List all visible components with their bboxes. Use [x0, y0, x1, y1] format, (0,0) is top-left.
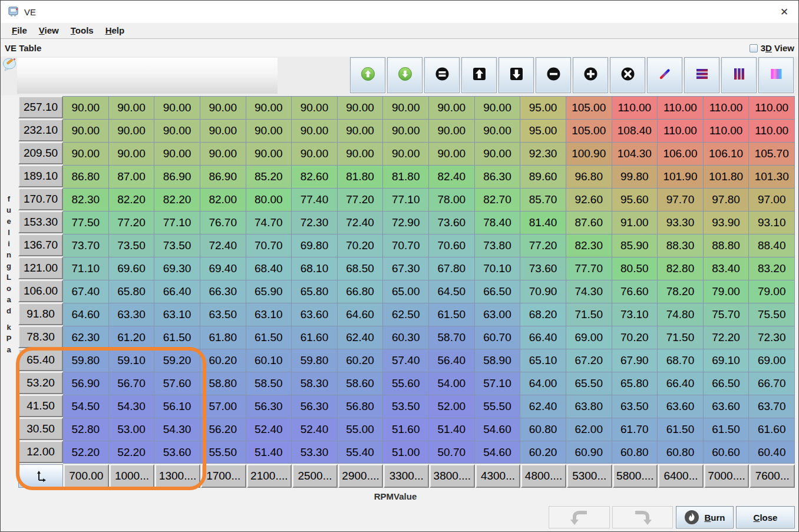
table-cell[interactable]: 70.20 [612, 326, 658, 349]
table-cell[interactable]: 62.00 [566, 418, 612, 441]
table-cell[interactable]: 72.30 [749, 326, 795, 349]
table-cell[interactable]: 77.20 [520, 234, 566, 257]
table-cell[interactable]: 87.60 [566, 211, 612, 234]
table-cell[interactable]: 85.90 [612, 234, 658, 257]
table-cell[interactable]: 70.90 [520, 280, 566, 303]
row-header-cell[interactable]: 91.80 [18, 303, 63, 325]
table-cell[interactable]: 86.90 [200, 165, 246, 188]
toolbar-button-increment-plus-circle[interactable] [573, 57, 608, 93]
row-header-cell[interactable]: 136.70 [18, 234, 63, 256]
table-cell[interactable]: 63.60 [292, 303, 338, 326]
col-header-cell[interactable]: 1300.... [155, 464, 200, 488]
table-cell[interactable]: 64.00 [520, 372, 566, 395]
table-cell[interactable]: 76.70 [200, 211, 246, 234]
table-cell[interactable]: 61.50 [658, 418, 704, 441]
table-cell[interactable]: 50.70 [429, 441, 475, 464]
table-cell[interactable]: 60.20 [520, 441, 566, 464]
table-cell[interactable]: 90.00 [200, 142, 246, 165]
table-cell[interactable]: 55.40 [338, 441, 384, 464]
table-cell[interactable]: 60.40 [749, 441, 795, 464]
table-cell[interactable]: 93.10 [749, 211, 795, 234]
table-cell[interactable]: 105.00 [566, 119, 612, 142]
table-cell[interactable]: 71.10 [63, 257, 109, 280]
table-cell[interactable]: 71.50 [566, 303, 612, 326]
table-cell[interactable]: 64.60 [338, 303, 384, 326]
table-cell[interactable]: 56.40 [429, 349, 475, 372]
table-cell[interactable]: 68.20 [520, 303, 566, 326]
table-cell[interactable]: 65.80 [109, 280, 155, 303]
table-cell[interactable]: 95.00 [520, 119, 566, 142]
table-cell[interactable]: 62.50 [383, 303, 429, 326]
table-cell[interactable]: 110.00 [658, 96, 704, 119]
table-cell[interactable]: 70.70 [383, 234, 429, 257]
table-cell[interactable]: 63.60 [658, 395, 704, 418]
table-cell[interactable]: 56.70 [109, 372, 155, 395]
table-cell[interactable]: 57.60 [154, 372, 200, 395]
table-cell[interactable]: 85.70 [520, 188, 566, 211]
table-cell[interactable]: 60.60 [704, 441, 750, 464]
table-cell[interactable]: 65.00 [383, 280, 429, 303]
table-cell[interactable]: 90.00 [246, 142, 292, 165]
table-cell[interactable]: 90.00 [292, 119, 338, 142]
swap-axes-button[interactable] [18, 464, 63, 488]
table-cell[interactable]: 63.30 [109, 303, 155, 326]
table-cell[interactable]: 73.50 [154, 234, 200, 257]
table-cell[interactable]: 101.90 [658, 165, 704, 188]
table-cell[interactable]: 90.00 [475, 119, 521, 142]
table-cell[interactable]: 66.50 [704, 372, 750, 395]
table-cell[interactable]: 61.50 [704, 418, 750, 441]
table-cell[interactable]: 96.80 [566, 165, 612, 188]
row-header-cell[interactable]: 78.30 [18, 326, 63, 348]
table-cell[interactable]: 69.10 [704, 349, 750, 372]
burn-button[interactable]: Burn [676, 506, 734, 528]
toolbar-button-interpolate-vertical-bars[interactable] [721, 57, 757, 93]
table-cell[interactable]: 93.30 [658, 211, 704, 234]
table-cell[interactable]: 68.10 [292, 257, 338, 280]
table-cell[interactable]: 58.90 [475, 349, 521, 372]
table-cell[interactable]: 90.00 [246, 119, 292, 142]
toolbar-button-shift-down-square-arrow[interactable] [498, 57, 534, 93]
table-cell[interactable]: 74.30 [566, 280, 612, 303]
row-header-cell[interactable]: 121.00 [18, 257, 63, 279]
menu-item-file[interactable]: File [6, 24, 33, 37]
col-header-cell[interactable]: 4800.... [521, 464, 566, 488]
table-cell[interactable]: 73.10 [612, 303, 658, 326]
table-cell[interactable]: 105.00 [566, 96, 612, 119]
3d-view-checkbox[interactable] [750, 44, 758, 52]
table-cell[interactable]: 59.80 [63, 349, 109, 372]
table-cell[interactable]: 61.50 [154, 326, 200, 349]
table-cell[interactable]: 69.30 [154, 257, 200, 280]
toolbar-button-scale-up-green-circle-arrow[interactable] [350, 57, 385, 93]
table-cell[interactable]: 56.30 [292, 395, 338, 418]
table-cell[interactable]: 61.20 [109, 326, 155, 349]
table-cell[interactable]: 52.80 [63, 418, 109, 441]
table-cell[interactable]: 90.00 [429, 142, 475, 165]
table-cell[interactable]: 86.30 [475, 165, 521, 188]
table-cell[interactable]: 72.40 [338, 211, 384, 234]
table-cell[interactable]: 66.50 [475, 280, 521, 303]
table-cell[interactable]: 58.30 [292, 372, 338, 395]
table-cell[interactable]: 54.00 [429, 372, 475, 395]
toolbar-button-scale-down-green-circle-arrow[interactable] [387, 57, 422, 93]
table-cell[interactable]: 79.00 [704, 280, 750, 303]
table-cell[interactable]: 88.80 [704, 234, 750, 257]
table-cell[interactable]: 106.10 [704, 142, 750, 165]
table-cell[interactable]: 59.20 [154, 349, 200, 372]
col-header-cell[interactable]: 700.00 [64, 464, 109, 488]
table-cell[interactable]: 65.90 [246, 280, 292, 303]
table-cell[interactable]: 75.50 [749, 303, 795, 326]
table-cell[interactable]: 61.50 [246, 326, 292, 349]
table-cell[interactable]: 61.80 [200, 326, 246, 349]
table-cell[interactable]: 108.40 [612, 119, 658, 142]
table-cell[interactable]: 88.40 [749, 234, 795, 257]
table-cell[interactable]: 77.50 [63, 211, 109, 234]
table-cell[interactable]: 73.60 [429, 211, 475, 234]
table-cell[interactable]: 90.00 [338, 96, 384, 119]
table-cell[interactable]: 66.30 [200, 280, 246, 303]
toolbar-button-multiply-x-circle[interactable] [610, 57, 645, 93]
toolbar-button-set-equal-circle[interactable] [424, 57, 460, 93]
table-cell[interactable]: 110.00 [658, 119, 704, 142]
col-header-cell[interactable]: 5800.... [613, 464, 658, 488]
table-cell[interactable]: 70.10 [475, 257, 521, 280]
table-cell[interactable]: 80.50 [612, 257, 658, 280]
